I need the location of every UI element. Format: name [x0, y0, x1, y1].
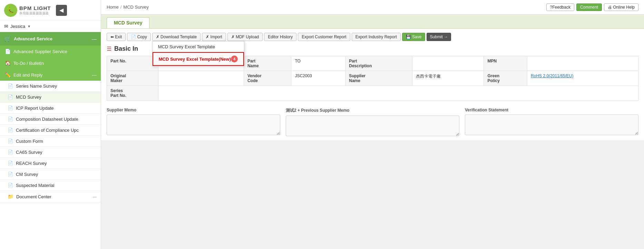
supplier-memo-label: Supplier Memo	[107, 108, 280, 112]
mdf-upload-button[interactable]: ✗ MDF Upload	[227, 33, 263, 41]
header-part-no: Part No.	[107, 56, 158, 71]
user-bar[interactable]: ✉ Jessica ▼	[0, 21, 101, 32]
previous-supplier-memo-label: 測试2 + Previous Supplier Memo	[286, 108, 459, 113]
breadcrumb-current: MCD Survey	[123, 4, 149, 10]
sidebar-item-icp-report-update[interactable]: 📄 ICP Report Update	[0, 103, 101, 114]
header-part-description: PartDescription	[345, 56, 412, 71]
download-template-button[interactable]: ✗ Download Template	[152, 33, 201, 41]
folder-icon: 📁	[8, 194, 13, 199]
editor-history-button[interactable]: Editor History	[264, 33, 296, 41]
sidebar-label-cm-survey: CM Survey	[16, 172, 38, 177]
sidebar-label-composition-datasheet: Composition Datasheet Update	[16, 117, 78, 122]
sidebar-item-cm-survey[interactable]: 📄 CM Survey	[0, 169, 101, 180]
username: Jessica	[10, 24, 25, 29]
doc-sub-icon-6: 📄	[8, 139, 13, 144]
copy-button[interactable]: 📄 Copy	[127, 33, 150, 41]
feedback-button[interactable]: ?Feedback	[546, 3, 574, 11]
doc-sub-icon-2: 📄	[8, 94, 13, 100]
content-body: ⬅ Exit 📄 Copy ✗ Download Template MCD Su…	[101, 28, 644, 140]
user-dropdown-icon: ▼	[27, 24, 31, 28]
tab-mcd-survey[interactable]: MCD Survey	[107, 17, 149, 28]
sidebar-label-reach-survey: REACH Survey	[16, 161, 47, 166]
doc-sub-icon-8: 📄	[8, 161, 13, 166]
doc-sub-icon-3: 📄	[8, 106, 13, 111]
import-button[interactable]: ✗ Import	[202, 33, 226, 41]
sidebar-item-custom-form[interactable]: 📄 Custom Form	[0, 136, 101, 147]
sidebar-label-todo-bulletin: To-Do / Bulletin	[13, 61, 44, 66]
sidebar-item-edit-reply[interactable]: ✏️ Edit and Reply —	[0, 69, 101, 81]
logo-text: BPM LIGHT 永信益益益益益益益	[19, 5, 51, 16]
logo: 🐛 BPM LIGHT 永信益益益益益益益	[4, 4, 51, 17]
sidebar-label-series-name-survey: Series Name Survey	[16, 83, 57, 89]
cell-part-name-value: TO	[291, 56, 345, 71]
header-original-maker: OriginalMaker	[107, 71, 158, 86]
toolbar: ⬅ Exit 📄 Copy ✗ Download Template MCD Su…	[107, 33, 638, 41]
sidebar-item-certification-compliance[interactable]: 📄 Certification of Compliance Upc	[0, 125, 101, 136]
cell-series-part-no-value	[158, 86, 638, 101]
cell-part-description-value	[412, 56, 484, 71]
sidebar-label-ca65-survey: CA65 Survey	[16, 150, 42, 155]
header-supplier-name: SupplierName	[345, 71, 412, 86]
sidebar-item-composition-datasheet[interactable]: 📄 Composition Datasheet Update	[0, 114, 101, 125]
cell-vendor-code-value: JSC2003	[291, 71, 345, 86]
header-mpn: MPN	[484, 56, 527, 71]
doc-sub-icon: 📄	[8, 83, 13, 89]
save-button[interactable]: 💾 Save	[402, 33, 426, 41]
section-icon: ☰	[107, 46, 111, 52]
sidebar-label-document-center: Document Center	[16, 194, 51, 199]
header-series-part-no: SeriesPart No.	[107, 86, 158, 101]
sidebar-item-advanced-supplier-service[interactable]: 📄 Advanced Supplier Service	[0, 46, 101, 57]
user-icon: ✉	[4, 23, 8, 29]
breadcrumb-home[interactable]: Home	[107, 4, 119, 10]
folder-expand-icon: —	[93, 195, 97, 199]
sidebar-item-series-name-survey[interactable]: 📄 Series Name Survey	[0, 81, 101, 92]
sidebar: 🐛 BPM LIGHT 永信益益益益益益益 ◀ ✉ Jessica ▼ 🛒 Ad…	[0, 0, 101, 249]
previous-supplier-memo-block: 測试2 + Previous Supplier Memo	[286, 108, 459, 136]
header-part-name: PartName	[244, 56, 291, 71]
online-help-button[interactable]: 🖨 Online Help	[604, 3, 638, 11]
supplier-memo-input[interactable]	[107, 114, 280, 135]
sidebar-item-mcd-survey[interactable]: 📄 MCD Survey	[0, 92, 101, 103]
cell-green-policy-value[interactable]: RoHS 2.0(2011/65/EU)	[527, 71, 638, 86]
cart-icon: 🛒	[4, 36, 11, 42]
dropdown-item-template-new[interactable]: MCD Survey Excel Template(New) 4	[153, 52, 244, 66]
topbar-actions: ?Feedback Comment 🖨 Online Help	[546, 3, 638, 11]
topbar: Home / MCD Survey ?Feedback Comment 🖨 On…	[101, 0, 644, 14]
sidebar-item-suspected-material[interactable]: 📄 Suspected Material	[0, 180, 101, 191]
cell-original-maker-value	[158, 71, 244, 86]
logo-area: 🐛 BPM LIGHT 永信益益益益益益益 ◀	[0, 0, 101, 21]
sidebar-item-document-center[interactable]: 📁 Document Center —	[0, 191, 101, 202]
header-green-policy: GreenPolicy	[484, 71, 527, 86]
sidebar-item-advanced-service[interactable]: 🛒 Advanced Service —	[0, 32, 101, 46]
submit-button[interactable]: Submit →	[427, 33, 451, 41]
verification-statement-block: Verification Statement	[465, 108, 638, 136]
home-icon: 🏠	[5, 60, 11, 66]
sub-items-list: 📄 Series Name Survey 📄 MCD Survey 📄 ICP …	[0, 81, 101, 202]
table-row: OriginalMaker VendorCode JSC2003 Supplie…	[107, 71, 638, 86]
cell-supplier-name-value: 杰西卡電子廠	[412, 71, 484, 86]
main-content: Home / MCD Survey ?Feedback Comment 🖨 On…	[101, 0, 644, 249]
doc-sub-icon-4: 📄	[8, 117, 13, 122]
sidebar-item-todo-bulletin[interactable]: 🏠 To-Do / Bulletin	[0, 57, 101, 69]
exit-button[interactable]: ⬅ Exit	[107, 33, 126, 41]
download-template-wrapper: ✗ Download Template MCD Survey Excel Tem…	[152, 33, 201, 41]
table-row: SeriesPart No.	[107, 86, 638, 101]
expand-edit-icon: —	[92, 72, 97, 78]
previous-supplier-memo-input[interactable]	[286, 116, 459, 136]
breadcrumb-separator: /	[120, 4, 122, 10]
doc-sub-icon-7: 📄	[8, 150, 13, 155]
sidebar-label-advanced-supplier-service: Advanced Supplier Service	[13, 49, 67, 54]
expand-icon: —	[92, 36, 97, 42]
sidebar-toggle-button[interactable]: ◀	[56, 5, 67, 16]
supplier-memo-block: Supplier Memo	[107, 108, 280, 136]
verification-statement-input[interactable]	[465, 114, 638, 135]
export-industry-report-button[interactable]: Export Industry Report	[352, 33, 401, 41]
doc-icon: 📄	[5, 49, 11, 54]
section-title-basic-info: Basic In	[114, 45, 138, 52]
sidebar-item-reach-survey[interactable]: 📄 REACH Survey	[0, 158, 101, 169]
comment-button[interactable]: Comment	[576, 3, 602, 11]
export-customer-report-button[interactable]: Export Customer Report	[298, 33, 350, 41]
logo-subtitle: 永信益益益益益益益	[19, 11, 51, 16]
dropdown-item-template-standard[interactable]: MCD Survey Excel Template	[153, 41, 244, 52]
sidebar-item-ca65-survey[interactable]: 📄 CA65 Survey	[0, 147, 101, 158]
